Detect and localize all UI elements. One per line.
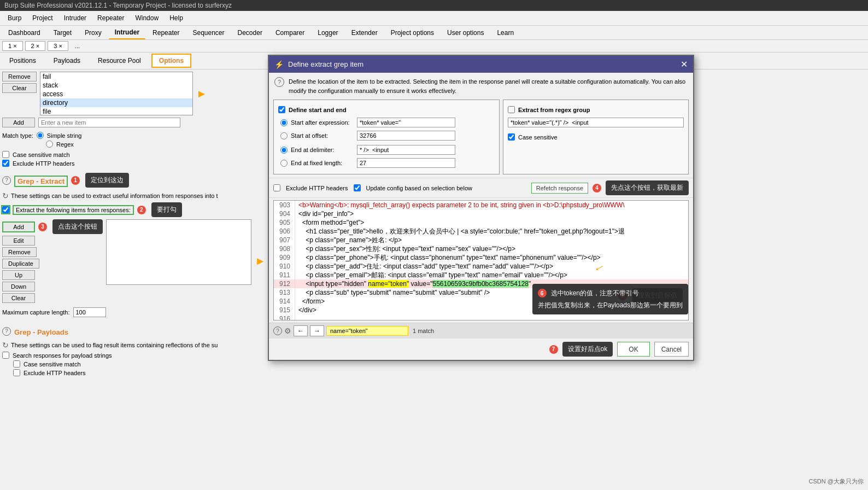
code-line-904: 904 <div id="per_info"> (274, 209, 688, 218)
tab-learn[interactable]: Learn (491, 26, 520, 39)
start-after-input[interactable] (357, 118, 455, 127)
list-item[interactable]: file (40, 107, 192, 115)
start-after-radio[interactable] (280, 119, 288, 126)
code-line-910: 910 <p class="per_add">住址: <input class=… (274, 262, 688, 271)
grep-add-button[interactable]: Add (2, 221, 35, 232)
list-item[interactable]: stack (40, 81, 192, 90)
grep-clear-button[interactable]: Clear (2, 293, 35, 303)
tab-decoder[interactable]: Decoder (232, 26, 268, 39)
list-item[interactable]: access (40, 90, 192, 98)
exclude-http-dialog-checkbox[interactable] (273, 184, 280, 191)
end-delimiter-input[interactable] (357, 145, 455, 155)
grep-down-button[interactable]: Down (2, 282, 35, 291)
tab-project-options[interactable]: Project options (385, 26, 440, 39)
forward-button[interactable]: → (310, 325, 324, 336)
menu-bar: Burp Project Intruder Repeater Window He… (0, 11, 868, 26)
code-content: <p class="per_phone">手机: <input class="p… (298, 253, 601, 262)
menu-repeater[interactable]: Repeater (92, 12, 130, 24)
grep-duplicate-button[interactable]: Duplicate (2, 259, 39, 269)
refresh-icon-payloads[interactable]: ↻ (2, 341, 9, 349)
code-content-912: <input type="hidden" name="token" value=… (298, 279, 531, 288)
add-item-input[interactable] (38, 118, 180, 127)
instance-tab-1[interactable]: 1 × (2, 41, 23, 51)
grep-up-button[interactable]: Up (2, 270, 35, 280)
tab-user-options[interactable]: User options (441, 26, 490, 39)
exclude-http-checkbox[interactable] (2, 160, 9, 167)
start-offset-input[interactable] (357, 131, 455, 141)
list-box[interactable]: fail stack access directory file (40, 72, 193, 115)
end-fixed-radio[interactable] (280, 160, 288, 167)
menu-help[interactable]: Help (164, 12, 189, 24)
list-item[interactable]: fail (40, 72, 192, 81)
help-footer-icon[interactable]: ? (273, 326, 282, 335)
refetch-response-button[interactable]: Refetch response (531, 183, 588, 194)
back-button[interactable]: ← (294, 325, 308, 336)
case-sensitive-checkbox[interactable] (2, 151, 9, 158)
tab-intruder[interactable]: Intruder (109, 26, 145, 39)
tab-logger[interactable]: Logger (312, 26, 344, 39)
menu-intruder[interactable]: Intruder (58, 12, 92, 24)
annotation-text-6a: 选中token的值，注意不带引号 (551, 288, 639, 298)
subtab-payloads[interactable]: Payloads (46, 54, 87, 67)
grep-remove-button[interactable]: Remove (2, 247, 37, 257)
subtab-positions[interactable]: Positions (2, 54, 43, 67)
refresh-icon-grep[interactable]: ↻ (2, 191, 9, 200)
dialog-help-icon[interactable]: ? (274, 77, 284, 87)
payloads-exclude-http-checkbox[interactable] (13, 369, 20, 376)
define-start-end-checkbox[interactable] (278, 106, 285, 113)
menu-project[interactable]: Project (27, 12, 58, 24)
remove-button[interactable]: Remove (2, 72, 37, 81)
code-content: <p class="per_email">邮箱: <input class="e… (298, 271, 567, 279)
end-delimiter-radio[interactable] (280, 147, 288, 154)
extract-regex-input[interactable] (508, 118, 684, 127)
instance-tab-3[interactable]: 3 × (48, 41, 68, 51)
code-line-906: 906 <h1 class="per_title">hello，欢迎来到个人会员… (274, 227, 688, 236)
top-tabs: Dashboard Target Proxy Intruder Repeater… (0, 26, 868, 40)
start-offset-radio[interactable] (280, 132, 288, 139)
instance-tab-2[interactable]: 2 × (25, 41, 46, 51)
instance-tab-more[interactable]: ... (71, 42, 84, 50)
update-config-checkbox[interactable] (354, 184, 361, 191)
tab-repeater[interactable]: Repeater (146, 26, 185, 39)
code-area[interactable]: 903 <b>Warning</b>: mysqli_fetch_array()… (273, 200, 689, 320)
clear-button-top[interactable]: Clear (2, 83, 37, 93)
ok-button[interactable]: OK (617, 342, 649, 357)
end-fixed-input[interactable] (357, 158, 455, 168)
watermark: CSDN @大象只为你 (809, 477, 864, 486)
define-start-end-section: Define start and end Start after express… (273, 100, 500, 174)
extract-checkbox-label: Extract the following items from respons… (13, 205, 134, 215)
exclude-http-dialog-label: Exclude HTTP headers (286, 185, 348, 191)
code-line-916: 916 (274, 314, 688, 320)
extract-checkbox[interactable] (2, 206, 9, 213)
footer-search-input[interactable] (326, 326, 408, 336)
tab-dashboard[interactable]: Dashboard (2, 26, 46, 39)
menu-window[interactable]: Window (130, 12, 164, 24)
tab-proxy[interactable]: Proxy (79, 26, 108, 39)
tab-target[interactable]: Target (48, 26, 78, 39)
subtab-options[interactable]: Options (151, 54, 191, 68)
left-panel: Remove Clear fail stack access directory… (0, 69, 268, 488)
extract-regex-checkbox[interactable] (508, 106, 515, 113)
add-button[interactable]: Add (2, 118, 35, 127)
regex-radio[interactable] (46, 141, 53, 148)
grep-edit-button[interactable]: Edit (2, 236, 35, 246)
tab-sequencer[interactable]: Sequencer (186, 26, 230, 39)
simple-string-radio[interactable] (37, 132, 44, 139)
simple-string-label: Simple string (47, 132, 82, 139)
cancel-button[interactable]: Cancel (654, 342, 689, 357)
menu-burp[interactable]: Burp (2, 12, 27, 24)
tab-extender[interactable]: Extender (345, 26, 384, 39)
search-responses-checkbox[interactable] (2, 352, 9, 359)
regex-case-sensitive-checkbox[interactable] (508, 133, 515, 141)
orange-arrow-right: ► (196, 88, 207, 100)
tab-comparer[interactable]: Comparer (269, 26, 310, 39)
payloads-case-sensitive-checkbox[interactable] (13, 360, 20, 368)
subtab-resource-pool[interactable]: Resource Pool (91, 54, 148, 67)
help-icon-grep[interactable]: ? (2, 176, 11, 185)
instance-tabs: 1 × 2 × 3 × ... (0, 40, 868, 52)
list-item[interactable]: directory (40, 98, 192, 107)
settings-footer-icon[interactable]: ⚙ (284, 326, 291, 335)
max-capture-input[interactable] (73, 307, 106, 317)
help-icon-payloads[interactable]: ? (2, 327, 11, 336)
annotation-text-7: 设置好后点ok (562, 342, 613, 357)
